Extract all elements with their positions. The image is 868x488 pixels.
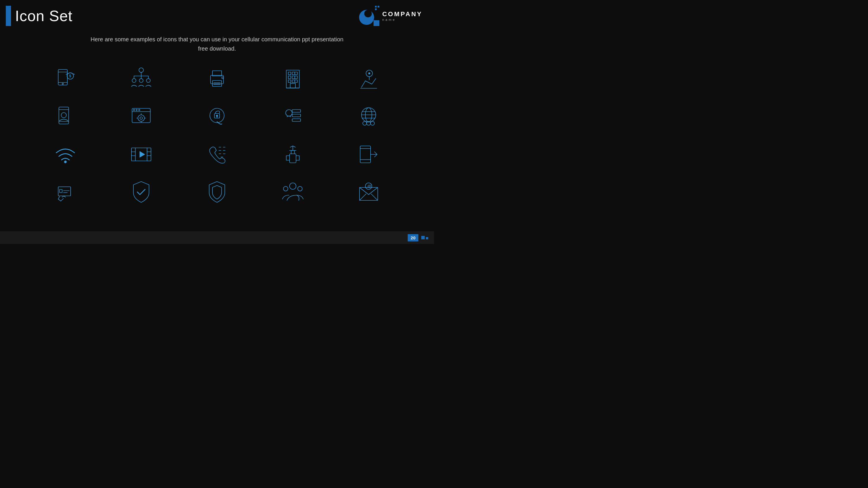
svg-rect-30 [288,80,291,83]
svg-rect-21 [222,77,224,78]
svg-rect-55 [292,109,301,112]
footer: 20 [0,231,434,244]
business-data-icon [256,99,329,134]
svg-point-13 [132,78,136,83]
footer-dot-1 [421,236,425,239]
svg-point-39 [61,112,66,118]
svg-point-95 [298,187,302,191]
company-name: COMPANY [382,10,423,18]
svg-rect-0 [58,69,67,85]
svg-point-45 [138,115,145,122]
svg-rect-56 [292,114,301,117]
page-number: 20 [408,234,418,241]
blue-bar-accent [6,6,11,26]
icons-grid: $ [0,62,434,209]
global-network-icon [332,99,405,134]
header: Icon Set COMPANY name [0,0,434,29]
svg-rect-89 [58,187,71,196]
svg-point-44 [138,109,140,111]
svg-point-54 [286,109,292,116]
power-tool-icon [256,137,329,172]
svg-rect-24 [288,72,291,74]
svg-point-3 [62,83,64,85]
printer-icon [181,62,253,97]
shield-icon [181,174,253,209]
svg-point-46 [140,117,143,120]
svg-rect-40 [132,108,151,123]
svg-point-35 [368,72,370,74]
logo-graphic [359,6,379,26]
email-icon: @ [332,174,405,209]
mobile-contact-icon [29,99,102,134]
svg-point-64 [371,122,375,126]
phone-keypad-icon [181,137,253,172]
svg-rect-90 [60,189,62,193]
wifi-icon [29,137,102,172]
svg-rect-29 [295,76,298,78]
svg-point-43 [136,109,137,111]
svg-rect-27 [288,76,291,78]
title-block: Icon Set [6,6,73,26]
svg-text:$: $ [69,74,71,78]
team-hierarchy-icon [105,62,178,97]
shield-check-icon [105,174,178,209]
svg-rect-18 [212,80,222,87]
svg-text:@: @ [368,184,372,188]
mobile-payment-icon: $ [29,62,102,97]
footer-dot-2 [426,237,428,239]
svg-point-93 [290,183,296,190]
building-icon [256,62,329,97]
logo-cutout [364,10,372,18]
video-film-icon [105,137,178,172]
svg-rect-28 [292,76,295,78]
svg-point-14 [139,78,143,83]
company-subname: name [382,18,423,22]
team-group-icon [256,174,329,209]
svg-rect-31 [292,80,295,83]
logo-small-square [374,20,379,26]
svg-point-42 [133,109,135,111]
footer-dots [421,236,428,239]
browser-settings-icon [105,99,178,134]
logo-text: COMPANY name [382,10,423,22]
svg-rect-32 [295,80,298,83]
svg-rect-26 [295,72,298,74]
page-title: Icon Set [15,7,73,25]
company-logo: COMPANY name [359,6,423,26]
svg-rect-25 [292,72,295,74]
svg-rect-33 [290,84,296,88]
svg-point-94 [283,187,288,191]
svg-point-53 [216,115,218,117]
svg-point-6 [139,68,144,72]
secure-payment-icon [29,174,102,209]
svg-marker-75 [140,151,145,158]
subtitle-text: Here are some examples of icons that you… [87,35,347,53]
security-lock-icon [181,99,253,134]
svg-point-15 [146,78,151,83]
svg-point-67 [64,160,67,163]
logo-dots [375,6,379,10]
map-location-icon [332,62,405,97]
mobile-exit-icon [332,137,405,172]
svg-rect-83 [290,154,296,163]
svg-point-63 [363,122,367,126]
svg-rect-57 [292,119,301,122]
